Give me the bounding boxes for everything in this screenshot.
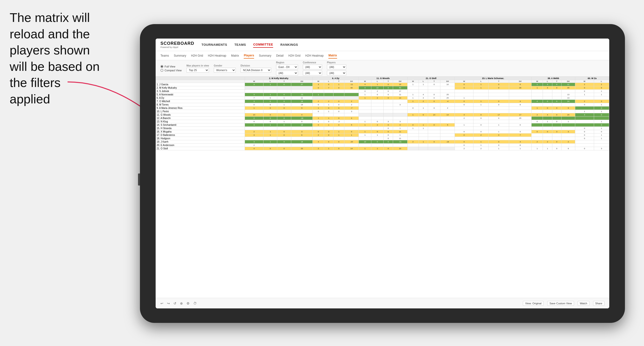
cell: -11	[291, 93, 313, 96]
undo-icon[interactable]: ↩	[160, 301, 163, 305]
cell: -20	[344, 140, 359, 144]
table-row: 11. G Woods 10 0 1 4	[156, 113, 609, 117]
cell: 0	[488, 86, 509, 90]
cell: 1	[263, 130, 277, 134]
player-name: 19. J Karrh	[156, 140, 245, 144]
cell: 17	[488, 113, 509, 117]
compact-view-option[interactable]: Compact View	[160, 69, 182, 72]
subnav-teams[interactable]: Teams	[160, 53, 169, 58]
cell	[344, 96, 359, 100]
cell	[333, 137, 344, 140]
wlt-t6: T	[552, 80, 561, 83]
cell	[575, 117, 594, 120]
cell: 4	[509, 100, 532, 103]
cell	[428, 103, 440, 107]
cell	[393, 144, 407, 147]
cell: 1	[277, 120, 291, 123]
refresh-icon[interactable]: ↺	[174, 301, 176, 305]
subnav-summary2[interactable]: Summary	[259, 53, 271, 58]
subnav-h2h-heatmap[interactable]: H2H Heatmap	[208, 53, 226, 58]
subnav-detail[interactable]: Detail	[276, 53, 284, 58]
nav-tournaments[interactable]: TOURNAMENTS	[202, 42, 227, 47]
subnav-matrix[interactable]: Matrix	[231, 53, 239, 58]
cell: 3	[291, 130, 313, 134]
nav-teams[interactable]: TEAMS	[234, 42, 246, 47]
settings-icon[interactable]: ⚙	[186, 301, 190, 305]
cell: 2	[324, 100, 333, 103]
cell	[474, 120, 488, 123]
view-original-button[interactable]: View: Original	[523, 301, 544, 306]
conference-select[interactable]: (All)	[303, 65, 322, 69]
wlt-t2: T	[333, 80, 344, 83]
cell	[428, 127, 440, 130]
logo-subtitle: Powered by clippd	[160, 46, 194, 48]
cell	[552, 127, 561, 130]
cell: -4	[440, 100, 455, 103]
cell	[371, 100, 384, 103]
subnav-players[interactable]: Players	[244, 53, 254, 59]
cell: 1	[393, 127, 407, 130]
main-content: 2. M Kelly Mulcahy 6. A Dy 11. G Woods 2…	[156, 77, 609, 298]
player-name: 13. N Klug	[156, 120, 245, 123]
conference-sub-select[interactable]: (All)	[303, 71, 322, 75]
cell	[552, 110, 561, 113]
bottom-toolbar: ↩ ↪ ↺ ⊕ ⚙ ⏱ View: Original Save Custom V…	[156, 298, 609, 308]
cell	[419, 144, 428, 147]
nav-items: TOURNAMENTS TEAMS COMMITTEE RANKINGS	[202, 42, 298, 48]
watch-button[interactable]: Watch	[578, 301, 590, 306]
cell: 0	[552, 147, 561, 150]
cell: 0	[245, 120, 264, 123]
max-players-select[interactable]: Top 25	[186, 68, 209, 73]
redo-icon[interactable]: ↪	[167, 301, 170, 305]
subnav-matrix2[interactable]: Matrix	[328, 53, 337, 59]
cell	[532, 96, 543, 100]
cell	[562, 134, 575, 137]
clock-icon[interactable]: ⏱	[193, 301, 197, 305]
cell	[552, 93, 561, 96]
cell: 0	[263, 100, 277, 103]
full-view-option[interactable]: Full View	[160, 65, 182, 68]
subnav-h2h-grid2[interactable]: H2H Grid	[288, 53, 300, 58]
subnav-h2h-grid[interactable]: H2H Grid	[191, 53, 203, 58]
table-row: 9. A Maria Jimenez Rios 1 0 0 9 1 0 0 -7	[156, 107, 609, 110]
cell: 0	[575, 130, 594, 134]
cell	[333, 93, 344, 96]
cell	[532, 123, 543, 127]
cell: 2	[344, 100, 359, 103]
cell: 0	[384, 83, 393, 86]
subnav-summary[interactable]: Summary	[174, 53, 186, 58]
cell	[575, 123, 594, 127]
cell: 18	[291, 103, 313, 107]
cell	[407, 134, 419, 137]
division-select[interactable]: NCAA Division II	[240, 68, 271, 73]
filter-row: Full View Compact View Max players in vi…	[156, 60, 609, 77]
cell	[552, 96, 561, 100]
cell: 7	[245, 96, 264, 100]
region-select[interactable]: East - DII	[276, 65, 298, 69]
share-button[interactable]: Share	[593, 301, 604, 306]
cell	[575, 120, 594, 123]
gender-select[interactable]: Women's	[214, 68, 236, 73]
nav-committee[interactable]: COMMITTEE	[253, 42, 273, 48]
players-sub-select[interactable]: (All)	[327, 71, 346, 75]
cell	[543, 134, 552, 137]
cell: 18	[291, 100, 313, 103]
cell: 1	[594, 127, 609, 130]
cell: -11	[344, 83, 359, 86]
subnav-h2h-heatmap2[interactable]: H2H Heatmap	[305, 53, 324, 58]
matrix-wrapper[interactable]: 2. M Kelly Mulcahy 6. A Dy 11. G Woods 2…	[156, 77, 609, 298]
players-select[interactable]: (All)	[327, 65, 346, 69]
table-row: 2. M Kelly Mulcahy 0 7 0 40 4 10 0	[156, 86, 609, 90]
cell	[509, 120, 532, 123]
nav-rankings[interactable]: RANKINGS	[280, 42, 298, 47]
zoom-icon[interactable]: ⊕	[180, 301, 183, 305]
cell: 2	[594, 83, 609, 86]
region-sub-select[interactable]: (All)	[276, 71, 298, 75]
cell	[562, 90, 575, 93]
full-view-radio[interactable]	[160, 65, 163, 68]
save-custom-button[interactable]: Save Custom View	[547, 301, 574, 306]
cell: 0	[428, 100, 440, 103]
compact-view-radio[interactable]	[160, 69, 163, 72]
cell: 0	[552, 113, 561, 117]
cell: 1	[562, 120, 575, 123]
